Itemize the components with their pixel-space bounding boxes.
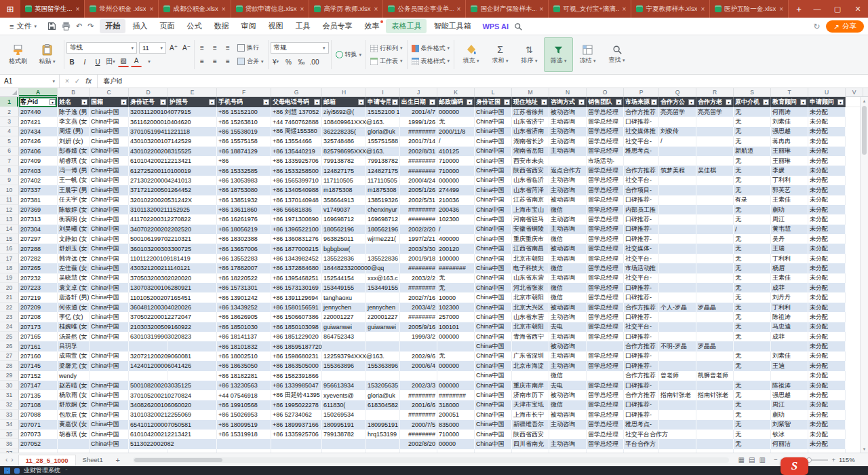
cell[interactable]: 钦冰 xyxy=(771,430,808,439)
cell[interactable] xyxy=(696,185,734,195)
cell[interactable] xyxy=(659,214,696,224)
cell[interactable]: +86 1360831276 xyxy=(271,234,322,244)
cell[interactable]: gloria@uk xyxy=(366,127,400,136)
cell[interactable]: 2002/9/6 xyxy=(400,352,437,361)
cell[interactable] xyxy=(696,352,734,361)
cell[interactable]: 杨欣雨 (女 xyxy=(58,390,90,400)
cell[interactable]: China中国 xyxy=(475,127,512,136)
cell[interactable]: China中国 xyxy=(475,273,512,283)
cell[interactable]: 500106199702210321 xyxy=(129,234,168,244)
share-button[interactable]: ↗ 分享 xyxy=(826,20,864,33)
cell[interactable]: 102300 xyxy=(437,303,475,312)
cell[interactable]: 未分配 xyxy=(808,273,846,283)
cell[interactable]: 799138782 xyxy=(322,430,366,439)
cell[interactable]: 李媛 xyxy=(771,166,808,175)
cell[interactable]: 山东省临沂 xyxy=(512,176,549,185)
cell[interactable] xyxy=(696,381,734,390)
cell[interactable]: 留学总经理 xyxy=(587,166,624,175)
cell[interactable]: +86 13552283 xyxy=(217,254,271,263)
cell[interactable] xyxy=(512,341,549,351)
row-header[interactable]: 2 xyxy=(0,107,19,117)
row-header[interactable]: 9 xyxy=(0,176,19,185)
cell[interactable]: 社交平台- xyxy=(624,176,659,185)
cell[interactable]: +86 15538019 xyxy=(217,127,271,136)
cell[interactable]: 郭芙艺 xyxy=(771,185,808,195)
cell[interactable]: 留学总经理 xyxy=(587,205,624,214)
cell[interactable] xyxy=(437,341,475,351)
cell[interactable]: 152544154 xyxy=(322,273,366,283)
cell[interactable]: 留学总经理 xyxy=(587,185,624,195)
cell[interactable]: 何雨涛 xyxy=(771,107,808,117)
cell[interactable]: 361162000010404620 xyxy=(129,117,168,126)
cell[interactable]: +86 19910568 xyxy=(217,400,271,410)
table-header-cell[interactable]: 咨询方式▾ xyxy=(549,97,587,107)
cell[interactable]: 无 xyxy=(734,263,771,273)
cell[interactable]: 筑梦美程 xyxy=(659,166,696,175)
cell[interactable]: 无 xyxy=(734,205,771,214)
cell[interactable]: 207071 xyxy=(19,420,58,430)
filter-dropdown-icon[interactable]: ▾ xyxy=(358,99,364,105)
cell[interactable]: 956613934 xyxy=(322,381,366,390)
menu-tab-页面[interactable]: 页面 xyxy=(154,19,180,33)
cell[interactable]: 强思越 xyxy=(771,127,808,136)
cell[interactable]: 江苏省南京 xyxy=(512,195,549,205)
cell[interactable]: 口碑推荐- xyxy=(624,361,659,370)
table-header-cell[interactable]: 身份证号▾ xyxy=(129,97,168,107)
cell[interactable]: China中国 xyxy=(475,341,512,351)
cell[interactable]: China中国 xyxy=(475,185,512,195)
cell[interactable]: 韩诗远 (女 xyxy=(58,254,90,263)
document-tab[interactable]: 可视_支付宝+滴滴...× xyxy=(549,0,631,18)
filter-dropdown-icon[interactable]: ▾ xyxy=(504,99,510,105)
cell[interactable]: 丁利利 xyxy=(771,254,808,263)
cell[interactable]: China中国 xyxy=(90,195,129,205)
cell[interactable]: 成菲 xyxy=(771,332,808,341)
cell[interactable]: 西安市未央 xyxy=(512,156,549,166)
cell[interactable]: 不明-罗晶 xyxy=(659,341,696,351)
cell[interactable] xyxy=(366,341,400,351)
cell[interactable]: 207152 xyxy=(19,371,58,381)
table-header-cell[interactable]: 出生日期▾ xyxy=(400,97,437,107)
cell[interactable]: 207434 xyxy=(19,127,58,136)
reading-view-icon[interactable]: ▥ xyxy=(759,456,765,463)
page-view-icon[interactable]: ▤ xyxy=(749,456,755,463)
cell[interactable]: 被动咨询 xyxy=(549,195,587,205)
cell[interactable]: 430321200211140121 xyxy=(129,263,168,273)
cell[interactable]: / xyxy=(437,136,475,146)
cell[interactable]: 留学总经理 xyxy=(587,381,624,390)
row-header[interactable]: 11 xyxy=(0,195,19,205)
cell[interactable]: China中国 xyxy=(475,303,512,312)
cell[interactable]: 207304 xyxy=(19,225,58,234)
cell[interactable]: +86 13657006 xyxy=(217,244,271,253)
cell[interactable]: 舒妍玉 (女 xyxy=(58,244,90,253)
cell[interactable]: hrq153199 xyxy=(366,430,400,439)
cell[interactable]: 吴佳棋 xyxy=(696,166,734,175)
cell[interactable]: 963825011 xyxy=(322,234,366,244)
cell[interactable]: 153449155 xyxy=(322,283,366,292)
cell[interactable]: 山东省东营 xyxy=(512,312,549,322)
cell[interactable]: +86 1850103098 xyxy=(271,322,322,332)
cell[interactable]: 留学总经理 xyxy=(587,225,624,234)
cell[interactable]: 2001/6/6 xyxy=(400,400,437,410)
cell[interactable]: China中国 xyxy=(475,263,512,273)
filter-dropdown-icon[interactable]: ▾ xyxy=(50,99,56,105)
cell[interactable] xyxy=(659,312,696,322)
table-header-cell[interactable]: 护照号▾ xyxy=(168,97,217,107)
cell[interactable]: 654101200007050581 xyxy=(129,420,168,430)
cell[interactable]: 胡睿琪 (女 xyxy=(58,156,90,166)
cell[interactable]: 赵若晴 (女 xyxy=(58,381,90,390)
cell[interactable]: +86 周煜155380 xyxy=(271,127,322,136)
cell[interactable]: 000000 xyxy=(437,381,475,390)
row-header[interactable]: 28 xyxy=(0,361,19,370)
cell[interactable]: 320721200209060081 xyxy=(129,352,168,361)
cell[interactable] xyxy=(696,292,734,302)
cell[interactable]: China中国 xyxy=(90,147,129,156)
cell[interactable]: 刘妍 (女) xyxy=(58,136,90,146)
cell[interactable]: 207369 xyxy=(19,205,58,214)
cell[interactable]: 207440 xyxy=(19,107,58,117)
cell[interactable]: China中国 xyxy=(475,254,512,263)
cell[interactable]: 未分配 xyxy=(808,400,846,410)
cell[interactable] xyxy=(659,176,696,185)
cell[interactable]: 山东省菏泽 xyxy=(512,185,549,195)
cell[interactable]: 2003/4/2 xyxy=(400,303,437,312)
cell[interactable]: 370502200012272047 xyxy=(129,312,168,322)
